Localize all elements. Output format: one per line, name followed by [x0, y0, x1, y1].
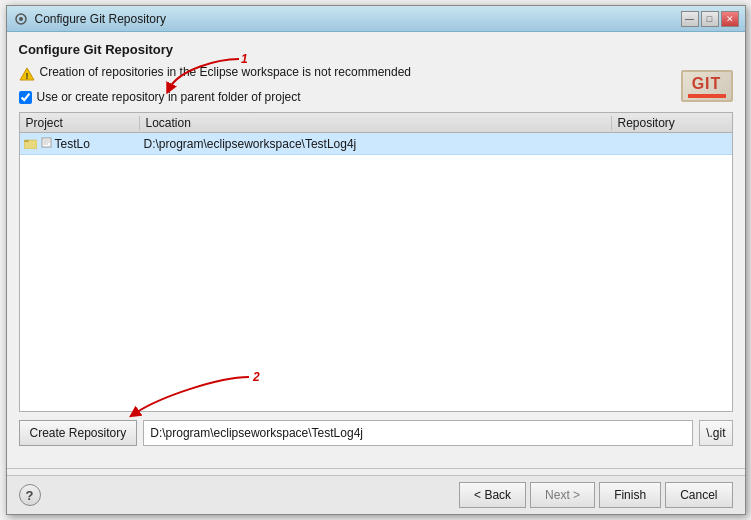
- row-project-name: TestLo: [55, 137, 90, 151]
- git-suffix: \.git: [699, 420, 732, 446]
- repository-path-input[interactable]: [143, 420, 693, 446]
- next-button[interactable]: Next >: [530, 482, 595, 508]
- dialog-window: Configure Git Repository — □ ✕ GIT Confi…: [6, 5, 746, 515]
- bottom-bar: Create Repository \.git: [19, 420, 733, 446]
- title-icon: [13, 11, 29, 27]
- finish-button[interactable]: Finish: [599, 482, 661, 508]
- minimize-button[interactable]: —: [681, 11, 699, 27]
- table-row[interactable]: TestLo D:\program\eclipseworkspace\TestL…: [20, 133, 732, 155]
- bottom-bar-container: 2 Create Repository \.git: [19, 420, 733, 452]
- checkbox-label: Use or create repository in parent folde…: [37, 90, 301, 104]
- table-header: Project Location Repository: [20, 113, 732, 133]
- title-controls: — □ ✕: [681, 11, 739, 27]
- table-body: TestLo D:\program\eclipseworkspace\TestL…: [20, 133, 732, 411]
- help-button[interactable]: ?: [19, 484, 41, 506]
- section-title: Configure Git Repository: [19, 42, 733, 57]
- maximize-button[interactable]: □: [701, 11, 719, 27]
- title-text: Configure Git Repository: [35, 12, 681, 26]
- dialog-content: GIT Configure Git Repository ! Creation …: [7, 32, 745, 462]
- row-project: TestLo: [20, 137, 140, 151]
- warning-icon: !: [19, 66, 35, 82]
- warning-text: Creation of repositories in the Eclipse …: [40, 65, 412, 79]
- row-location: D:\program\eclipseworkspace\TestLog4j: [140, 137, 612, 151]
- project-table: Project Location Repository: [19, 112, 733, 412]
- header-location: Location: [140, 116, 612, 130]
- cancel-button[interactable]: Cancel: [665, 482, 732, 508]
- folder-icon: [24, 137, 38, 151]
- title-bar: Configure Git Repository — □ ✕: [7, 6, 745, 32]
- header-repository: Repository: [612, 116, 732, 130]
- back-button[interactable]: < Back: [459, 482, 526, 508]
- svg-rect-6: [24, 140, 29, 142]
- create-repository-button[interactable]: Create Repository: [19, 420, 138, 446]
- svg-rect-7: [42, 138, 51, 147]
- close-button[interactable]: ✕: [721, 11, 739, 27]
- use-parent-checkbox[interactable]: [19, 91, 32, 104]
- checkbox-row: Use or create repository in parent folde…: [19, 90, 733, 104]
- warning-row: ! Creation of repositories in the Eclips…: [19, 65, 733, 82]
- row-project-icon2: [41, 137, 52, 151]
- header-project: Project: [20, 116, 140, 130]
- footer-separator: [7, 468, 745, 469]
- svg-text:!: !: [25, 71, 28, 81]
- svg-point-1: [19, 17, 23, 21]
- checkbox-container: 1 Use or create repository in parent fol…: [19, 90, 733, 112]
- dialog-footer: ? < Back Next > Finish Cancel: [7, 475, 745, 514]
